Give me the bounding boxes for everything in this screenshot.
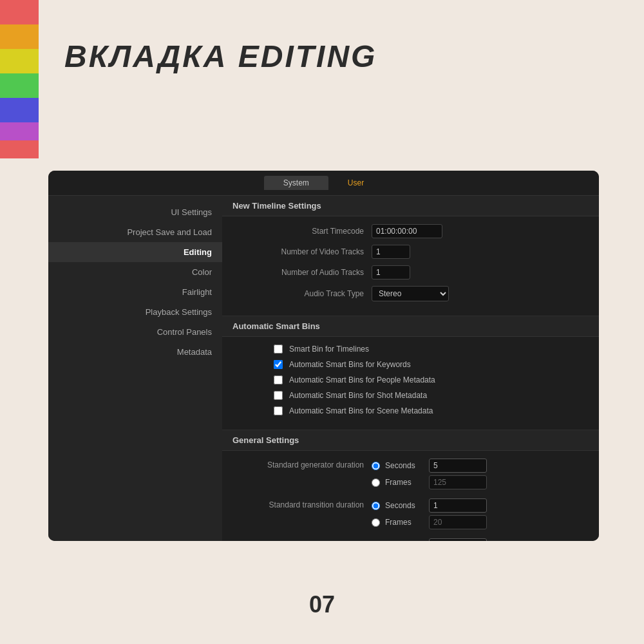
section-header-general: General Settings <box>222 430 599 451</box>
input-transition-seconds[interactable] <box>429 498 487 513</box>
input-transition-frames[interactable] <box>429 515 487 529</box>
form-row-video-tracks: Number of Video Tracks <box>235 245 586 259</box>
label-generator-frames: Frames <box>385 478 424 487</box>
sidebar-item-editing[interactable]: Editing <box>48 242 222 262</box>
form-row-audio-type: Audio Track Type Stereo Mono 5.1 Adaptiv… <box>235 286 586 301</box>
tabs-row: System User <box>48 171 599 196</box>
checkbox-row-scene: Automatic Smart Bins for Scene Metadata <box>235 406 586 415</box>
sidebar-item-project-save[interactable]: Project Save and Load <box>48 222 222 242</box>
checkbox-row-keywords: Automatic Smart Bins for Keywords <box>235 360 586 369</box>
radio-generator-frames[interactable] <box>372 478 380 487</box>
radio-transition-frames[interactable] <box>372 518 380 527</box>
sidebar-item-playback[interactable]: Playback Settings <box>48 302 222 322</box>
form-row-start-timecode: Start Timecode <box>235 224 586 238</box>
main-panel: System User UI Settings Project Save and… <box>48 171 599 541</box>
label-transition-seconds: Seconds <box>385 501 424 510</box>
checkbox-smart-bin-timelines[interactable] <box>274 345 283 354</box>
label-still-duration: Standard still duration <box>235 538 364 541</box>
section-content-smart-bins: Smart Bin for Timelines Automatic Smart … <box>222 337 599 430</box>
sidebar-item-control-panels[interactable]: Control Panels <box>48 322 222 342</box>
tab-system[interactable]: System <box>264 176 328 190</box>
page-title: ВКЛАДКА EDITING <box>64 39 377 74</box>
radio-generator-seconds[interactable] <box>372 462 380 470</box>
radio-row-transition-seconds: Seconds <box>372 498 487 513</box>
radio-row-generator-frames: Frames <box>372 475 487 489</box>
sidebar-item-color[interactable]: Color <box>48 262 222 282</box>
section-content-new-timeline: Start Timecode Number of Video Tracks Nu… <box>222 216 599 316</box>
corner-decoration <box>0 0 39 167</box>
label-video-tracks: Number of Video Tracks <box>235 247 364 256</box>
sidebar-item-fairlight[interactable]: Fairlight <box>48 282 222 302</box>
tab-user[interactable]: User <box>328 176 383 190</box>
checkbox-smart-bin-shot[interactable] <box>274 391 283 400</box>
form-row-transition-duration: Standard transition duration Seconds Fra… <box>235 498 586 529</box>
radio-group-still: Seconds Frames <box>372 538 487 541</box>
label-start-timecode: Start Timecode <box>235 227 364 236</box>
radio-group-generator: Seconds Frames <box>372 459 487 489</box>
radio-row-transition-frames: Frames <box>372 515 487 529</box>
input-still-seconds[interactable] <box>429 538 487 541</box>
label-smart-bin-timelines: Smart Bin for Timelines <box>289 345 369 354</box>
label-transition-duration: Standard transition duration <box>235 498 364 509</box>
radio-row-generator-seconds: Seconds <box>372 459 487 473</box>
checkbox-smart-bin-keywords[interactable] <box>274 360 283 369</box>
input-video-tracks[interactable] <box>372 245 410 259</box>
radio-transition-seconds[interactable] <box>372 502 380 510</box>
form-row-still-duration: Standard still duration Seconds Frames <box>235 538 586 541</box>
panel-body: UI Settings Project Save and Load Editin… <box>48 196 599 541</box>
content-area: New Timeline Settings Start Timecode Num… <box>222 196 599 541</box>
label-audio-type: Audio Track Type <box>235 289 364 298</box>
radio-group-transition: Seconds Frames <box>372 498 487 529</box>
radio-row-still-seconds: Seconds <box>372 538 487 541</box>
input-start-timecode[interactable] <box>372 224 442 238</box>
label-smart-bin-shot: Automatic Smart Bins for Shot Metadata <box>289 391 427 400</box>
label-audio-tracks: Number of Audio Tracks <box>235 268 364 277</box>
label-smart-bin-scene: Automatic Smart Bins for Scene Metadata <box>289 406 433 415</box>
label-smart-bin-people: Automatic Smart Bins for People Metadata <box>289 375 435 384</box>
checkbox-row-people: Automatic Smart Bins for People Metadata <box>235 375 586 384</box>
checkbox-smart-bin-people[interactable] <box>274 375 283 384</box>
label-smart-bin-keywords: Automatic Smart Bins for Keywords <box>289 360 411 369</box>
checkbox-row-timelines: Smart Bin for Timelines <box>235 345 586 354</box>
label-generator-duration: Standard generator duration <box>235 459 364 469</box>
input-generator-frames[interactable] <box>429 475 487 489</box>
form-row-generator-duration: Standard generator duration Seconds Fram… <box>235 459 586 489</box>
section-content-general: Standard generator duration Seconds Fram… <box>222 451 599 541</box>
input-audio-tracks[interactable] <box>372 265 410 279</box>
checkbox-row-shot: Automatic Smart Bins for Shot Metadata <box>235 391 586 400</box>
checkbox-smart-bin-scene[interactable] <box>274 406 283 415</box>
section-header-smart-bins: Automatic Smart Bins <box>222 316 599 337</box>
sidebar-item-metadata[interactable]: Metadata <box>48 342 222 362</box>
input-generator-seconds[interactable] <box>429 459 487 473</box>
sidebar: UI Settings Project Save and Load Editin… <box>48 196 222 541</box>
label-generator-seconds: Seconds <box>385 461 424 470</box>
form-row-audio-tracks: Number of Audio Tracks <box>235 265 586 279</box>
sidebar-item-ui-settings[interactable]: UI Settings <box>48 202 222 222</box>
select-audio-type[interactable]: Stereo Mono 5.1 Adaptive <box>372 286 449 301</box>
section-header-new-timeline: New Timeline Settings <box>222 196 599 216</box>
page-number: 07 <box>309 591 335 618</box>
label-transition-frames: Frames <box>385 518 424 527</box>
